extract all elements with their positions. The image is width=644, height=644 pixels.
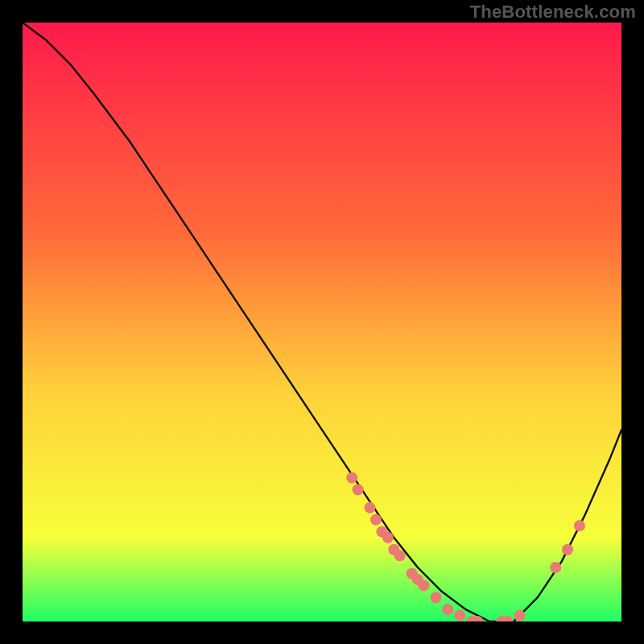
curve-marker (346, 472, 357, 483)
curve-marker (382, 532, 394, 543)
curve-marker (574, 520, 585, 531)
gradient-background (23, 23, 621, 621)
curve-marker (430, 592, 441, 603)
chart-frame: TheBottleneck.com (0, 0, 644, 644)
watermark-text: TheBottleneck.com (470, 2, 636, 23)
curve-marker (550, 562, 561, 573)
bottleneck-chart (23, 23, 621, 621)
curve-marker (514, 610, 526, 621)
curve-marker (370, 514, 382, 526)
curve-marker (442, 604, 453, 615)
plot-area (23, 23, 621, 621)
curve-marker (353, 484, 364, 495)
curve-marker (419, 580, 430, 591)
curve-marker (562, 544, 573, 555)
curve-marker (394, 550, 406, 561)
curve-marker (365, 502, 376, 514)
curve-marker (454, 610, 465, 621)
